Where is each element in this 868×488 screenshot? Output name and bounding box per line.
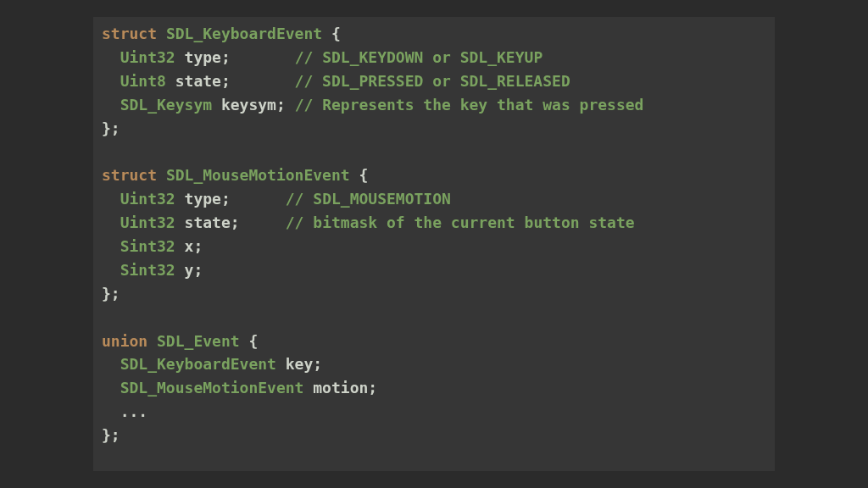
- code-token: SDL_KeyboardEvent: [120, 355, 276, 373]
- code-token: x: [185, 237, 194, 255]
- code-token: // SDL_MOUSEMOTION: [286, 190, 451, 208]
- code-token: SDL_Event: [157, 332, 240, 350]
- code-token: Uint32: [120, 48, 175, 66]
- code-token: [157, 25, 166, 42]
- code-token: // SDL_KEYDOWN or SDL_KEYUP: [295, 48, 543, 66]
- code-token: {: [322, 25, 341, 42]
- code-token: [276, 355, 286, 373]
- code-token: key: [286, 355, 314, 373]
- code-panel: struct SDL_KeyboardEvent { Uint32 type; …: [93, 17, 775, 471]
- code-token: };: [102, 426, 120, 444]
- code-token: [175, 190, 185, 208]
- code-token: [102, 214, 120, 231]
- code-token: ...: [102, 402, 147, 420]
- code-token: Sint32: [120, 237, 175, 255]
- code-token: motion: [313, 379, 368, 396]
- code-token: keysym: [221, 96, 276, 114]
- code-token: ;: [193, 261, 203, 279]
- code-token: y: [185, 261, 194, 279]
- code-token: [147, 332, 157, 350]
- code-token: Uint8: [120, 72, 166, 90]
- code-token: [175, 214, 185, 231]
- code-token: Uint32: [120, 190, 175, 208]
- code-token: [175, 237, 185, 255]
- code-token: [102, 72, 120, 90]
- code-token: union: [102, 332, 147, 350]
- code-token: {: [240, 332, 259, 350]
- code-token: type: [185, 190, 221, 208]
- code-token: SDL_MouseMotionEvent: [120, 379, 304, 396]
- code-token: [166, 72, 175, 90]
- code-token: struct: [102, 25, 157, 42]
- code-token: ;: [221, 72, 295, 90]
- code-token: };: [102, 119, 120, 137]
- code-token: [157, 166, 166, 184]
- code-token: [102, 190, 120, 208]
- code-token: Uint32: [120, 214, 175, 231]
- code-token: [175, 261, 185, 279]
- code-token: [102, 237, 120, 255]
- code-block: struct SDL_KeyboardEvent { Uint32 type; …: [102, 22, 766, 447]
- code-token: SDL_KeyboardEvent: [166, 25, 322, 42]
- code-token: [303, 379, 313, 396]
- code-token: {: [350, 166, 369, 184]
- code-token: ;: [276, 96, 295, 114]
- code-token: };: [102, 285, 120, 302]
- code-token: SDL_MouseMotionEvent: [166, 166, 350, 184]
- code-token: [175, 48, 185, 66]
- code-token: ;: [313, 355, 322, 373]
- code-token: SDL_Keysym: [120, 96, 212, 114]
- code-token: [212, 96, 221, 114]
- code-token: struct: [102, 166, 157, 184]
- code-token: ;: [193, 237, 203, 255]
- code-token: [102, 261, 120, 279]
- code-token: [102, 96, 120, 114]
- code-token: // SDL_PRESSED or SDL_RELEASED: [295, 72, 570, 90]
- code-token: state: [175, 72, 221, 90]
- code-token: ;: [368, 379, 377, 396]
- code-token: Sint32: [120, 261, 175, 279]
- code-token: state: [185, 214, 231, 231]
- code-token: [102, 379, 120, 396]
- code-token: ;: [221, 48, 295, 66]
- code-token: // bitmask of the current button state: [286, 214, 635, 231]
- code-token: [102, 48, 120, 66]
- code-token: // Represents the key that was pressed: [295, 96, 644, 114]
- code-token: ;: [221, 190, 286, 208]
- code-token: ;: [231, 214, 286, 231]
- code-token: type: [185, 48, 221, 66]
- code-token: [102, 355, 120, 373]
